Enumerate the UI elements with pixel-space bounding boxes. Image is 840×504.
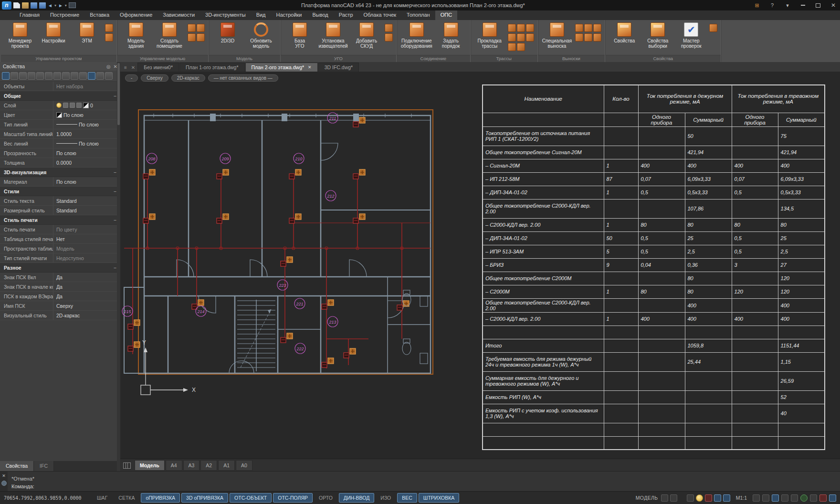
menu-tab-3D-инструменты[interactable]: 3D-инструменты [200, 10, 251, 20]
toggle-ИЗО[interactable]: ИЗО [376, 493, 396, 503]
menu-tab-ОПС[interactable]: ОПС [435, 10, 457, 20]
tool-icon[interactable] [197, 24, 205, 32]
ribbon-button[interactable]: Установкаизвещателей [317, 21, 349, 49]
toggle-СЕТКА[interactable]: СЕТКА [114, 493, 139, 503]
property-value[interactable]: По слою [53, 179, 120, 185]
ribbon-button[interactable]: Свойствавыборки [641, 21, 674, 49]
ribbon-button[interactable]: Модельздания [120, 21, 152, 49]
collapse-icon[interactable]: − [114, 189, 116, 194]
ribbon-button[interactable]: Менеджерпроекта [4, 21, 36, 49]
layer-state-icon[interactable] [76, 103, 82, 108]
ribbon-button[interactable]: Создатьпомещение [153, 21, 186, 49]
property-value[interactable]: По цвету [53, 227, 120, 232]
viewport-lock-icon[interactable] [819, 494, 827, 502]
clear-selection-icon[interactable] [79, 72, 87, 80]
property-value[interactable]: Standard [53, 208, 120, 213]
toggle-3D оПРИВЯЗКА[interactable]: 3D оПРИВЯЗКА [181, 493, 228, 503]
redo-menu-icon[interactable]: ▾ [65, 2, 67, 9]
new-file-icon[interactable] [13, 2, 20, 9]
cursor-mode-icon[interactable] [714, 494, 721, 502]
property-value[interactable]: Нет [53, 236, 120, 242]
viewports-icon[interactable] [810, 494, 817, 502]
collapse-icon[interactable]: − [114, 93, 116, 99]
layout-tab-A0[interactable]: A0 [236, 460, 252, 471]
property-value[interactable]: По слою [53, 112, 120, 118]
scale-indicator[interactable]: М1:1 [733, 495, 750, 501]
property-value[interactable]: Нет набора [53, 84, 120, 89]
property-value[interactable]: Модель [53, 246, 120, 252]
cancel-icon[interactable]: ✕ [2, 473, 6, 478]
fullscreen-icon[interactable] [829, 494, 836, 502]
doc-tab[interactable]: 3D IFC.dwg* [318, 63, 359, 72]
select-all-icon[interactable] [71, 72, 78, 80]
view-control[interactable]: 2D-каркас [171, 74, 205, 82]
layout-tab-A2[interactable]: A2 [200, 460, 217, 471]
menu-tab-Вставка[interactable]: Вставка [84, 10, 115, 20]
tab-properties[interactable]: Свойства [0, 461, 34, 472]
close-icon[interactable]: ✕ [308, 65, 312, 70]
isolate-icon[interactable] [96, 72, 104, 80]
tool-icon[interactable] [188, 24, 196, 32]
property-value[interactable]: Да [53, 284, 120, 290]
ribbon-button[interactable]: Свойства [608, 21, 640, 43]
toggle-ОРТО[interactable]: ОРТО [314, 493, 337, 503]
property-value[interactable]: 2D-каркас [53, 313, 120, 318]
ribbon-button[interactable]: 2D/3D [211, 21, 244, 43]
layer-state-icon[interactable] [70, 103, 75, 108]
plot-icon[interactable] [69, 2, 76, 8]
toggle-ДИН-ВВОД[interactable]: ДИН-ВВОД [339, 493, 374, 503]
layout-grid-icon[interactable] [123, 462, 131, 469]
light-bulb-icon[interactable] [696, 494, 703, 502]
ribbon-button[interactable]: Специальнаявыноска [541, 21, 574, 49]
redo-icon[interactable]: ► [58, 2, 63, 9]
layout-tab-A4[interactable]: A4 [166, 460, 182, 471]
walk-mode-icon[interactable] [687, 494, 694, 502]
save-as-icon[interactable] [39, 2, 46, 9]
annotation-scale-icon[interactable] [705, 494, 712, 502]
command-history[interactable]: *Отмена*Команда: [8, 472, 840, 492]
menu-tab-Оформление[interactable]: Оформление [115, 10, 158, 20]
open-file-icon[interactable] [22, 2, 29, 9]
zoom-extents-icon[interactable] [781, 494, 788, 502]
ribbon-button[interactable]: БазаУГО [284, 21, 316, 49]
menu-tab-Облака точек[interactable]: Облака точек [358, 10, 402, 20]
zoom-realtime-icon[interactable] [762, 494, 769, 502]
menu-tab-Вывод[interactable]: Вывод [307, 10, 333, 20]
undo-icon[interactable]: ◄ [48, 2, 52, 9]
fence-select-icon[interactable] [45, 72, 52, 80]
tool-icon[interactable] [197, 33, 205, 42]
command-prompt[interactable]: Команда: [11, 483, 836, 490]
ribbon-button[interactable]: Подключениеоборудования [399, 21, 434, 49]
menu-tab-Настройки[interactable]: Настройки [271, 10, 307, 20]
tool-icon[interactable] [508, 33, 516, 42]
toggle-оПРИВЯЗКА[interactable]: оПРИВЯЗКА [141, 493, 180, 503]
help-icon[interactable]: ? [766, 0, 779, 10]
save-icon[interactable] [31, 2, 37, 9]
maximize-button[interactable] [811, 0, 825, 10]
zoom-window-icon[interactable] [772, 494, 779, 502]
dropdown-icon[interactable]: ▾ [781, 0, 794, 10]
layout-tab-Модель[interactable]: Модель [135, 460, 165, 471]
consumption-table[interactable]: Наименование Кол-во Ток потребления в де… [482, 84, 825, 450]
pin-icon[interactable]: ◎ [106, 64, 111, 69]
view-control[interactable]: Сверху [141, 74, 168, 82]
property-value[interactable]: 0 [53, 103, 120, 108]
property-value[interactable]: Недоступно [53, 255, 120, 261]
pan-hand-icon[interactable] [753, 494, 760, 502]
property-value[interactable]: Standard [53, 198, 120, 204]
ribbon-button[interactable]: Прокладкатрассы [473, 21, 506, 49]
tool-icon[interactable] [188, 33, 196, 42]
ribbon-button[interactable]: Настройки [37, 21, 70, 43]
toggle-ОТС-ПОЛЯР[interactable]: ОТС-ПОЛЯР [273, 493, 313, 503]
toggle-ШАГ[interactable]: ШАГ [92, 493, 112, 503]
ribbon-button[interactable]: ДобавитьСКУД [350, 21, 383, 49]
collapse-icon[interactable]: − [114, 169, 116, 175]
tool-icon[interactable] [517, 24, 525, 32]
property-group[interactable]: Разное− [0, 263, 120, 273]
dyn-ucs-icon[interactable] [723, 494, 730, 502]
toggle-ОТС-ОБЪЕКТ[interactable]: ОТС-ОБЪЕКТ [230, 493, 272, 503]
tool-icon[interactable] [593, 24, 601, 32]
tool-icon[interactable] [584, 33, 592, 42]
drawing-canvas[interactable]: -Сверху2D-каркас— нет связанных видов — [120, 72, 840, 459]
ribbon-button[interactable]: Мастерпроверок [675, 21, 707, 49]
